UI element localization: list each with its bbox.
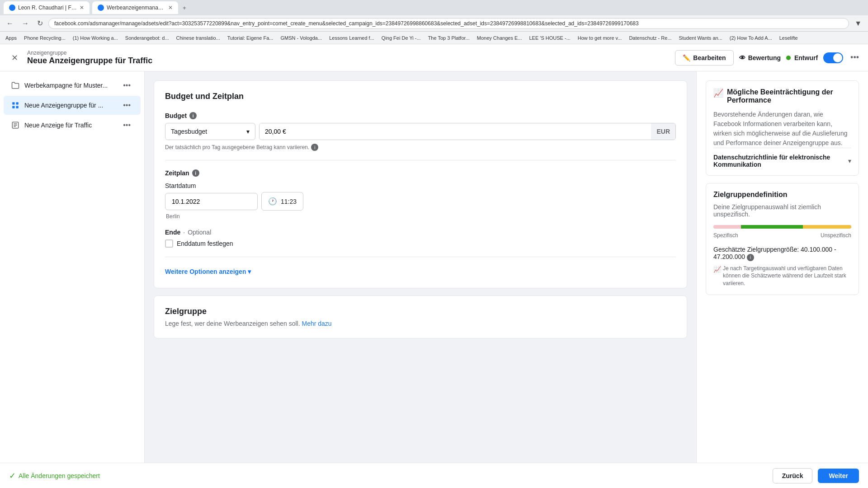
svg-rect-1 xyxy=(16,102,19,104)
bookmark-16[interactable]: (2) How To Add A... xyxy=(728,34,774,42)
bookmark-4[interactable]: Sonderangebot: d... xyxy=(123,34,171,42)
startdate-label: Startdatum xyxy=(165,182,676,189)
bookmark-17[interactable]: Leselifte xyxy=(778,34,800,42)
performance-title: 📈 Mögliche Beeinträchtigung der Performa… xyxy=(713,88,851,104)
checkmark-icon: ✓ xyxy=(9,471,16,481)
enddatum-label: Enddatum festlegen xyxy=(177,240,233,247)
budget-section-title: Budget und Zeitplan xyxy=(165,92,676,101)
zielgruppe-title: Zielgruppe xyxy=(165,307,676,316)
audience-size: Geschätzte Zielgruppengröße: 40.100.000 … xyxy=(713,246,851,261)
tab-label-1: Leon R. Chaudhari | Facebook ... xyxy=(18,5,77,11)
datenschutz-row[interactable]: Datenschutzrichtlinie für elektronische … xyxy=(713,148,851,168)
bookmark-2[interactable]: Phone Recycling... xyxy=(22,34,67,42)
tab-favicon-1 xyxy=(9,5,15,11)
address-bar[interactable] xyxy=(48,18,849,29)
sidebar-ad-more[interactable]: ••• xyxy=(120,120,133,130)
budget-amount-input[interactable] xyxy=(259,123,651,140)
svg-rect-3 xyxy=(16,106,19,108)
bookmark-9[interactable]: Qing Fei De Yi -... xyxy=(380,34,423,42)
extensions-button[interactable]: ▼ xyxy=(852,18,864,29)
preview-button[interactable]: 👁 Bewertung xyxy=(739,54,781,61)
sidebar-ad-label: Neue Anzeige für Traffic xyxy=(24,122,116,129)
chevron-down-icon: ▾ xyxy=(246,128,250,135)
zeitplan-info-icon[interactable]: i xyxy=(192,169,199,177)
forward-nav-button[interactable]: → xyxy=(19,18,32,29)
browser-tab-2[interactable]: Werbeanzeigenmanager - We... ✕ xyxy=(92,1,178,14)
more-options-button[interactable]: Weitere Optionen anzeigen ▾ xyxy=(165,266,251,277)
section-divider-1 xyxy=(165,160,676,160)
mehr-dazu-link[interactable]: Mehr dazu xyxy=(302,320,332,327)
chevron-right-icon: ▾ xyxy=(848,157,851,164)
browser-tab-1[interactable]: Leon R. Chaudhari | Facebook ... ✕ xyxy=(4,1,90,14)
top-header: ✕ Anzeigengruppe Neue Anzeigengruppe für… xyxy=(0,44,868,71)
progress-yellow xyxy=(803,225,851,229)
tab-label-2: Werbeanzeigenmanager - We... xyxy=(107,5,165,11)
note-icon: 📈 xyxy=(713,265,721,274)
back-button[interactable]: Zurück xyxy=(773,468,813,483)
ende-label: Ende · Optional xyxy=(165,229,676,236)
budget-info-icon[interactable]: i xyxy=(189,112,197,119)
sidebar-adset-label: Neue Anzeigengruppe für ... xyxy=(24,102,116,109)
start-date-input[interactable] xyxy=(165,193,258,210)
sidebar: Werbekampagne für Muster... ••• Neue Anz… xyxy=(0,71,145,463)
enddatum-checkbox[interactable] xyxy=(165,239,173,248)
sidebar-campaign-more[interactable]: ••• xyxy=(120,80,133,90)
label-spezifisch: Spezifisch xyxy=(713,232,738,239)
tab-close-1[interactable]: ✕ xyxy=(80,5,84,11)
close-button[interactable]: ✕ xyxy=(7,51,22,65)
bookmark-15[interactable]: Student Wants an... xyxy=(677,34,724,42)
bookmark-10[interactable]: The Top 3 Platfor... xyxy=(426,34,472,42)
start-time-value: 11:23 xyxy=(281,198,297,205)
budget-input-wrapper: EUR xyxy=(259,123,676,140)
bookmark-13[interactable]: How to get more v... xyxy=(576,34,624,42)
status-toggle[interactable] xyxy=(823,52,843,63)
sidebar-item-ad[interactable]: Neue Anzeige für Traffic ••• xyxy=(4,116,141,135)
header-title: Neue Anzeigengruppe für Traffic xyxy=(27,56,670,66)
edit-button[interactable]: ✏️ Bearbeiten xyxy=(675,50,733,66)
section-divider-2 xyxy=(165,257,676,257)
sidebar-item-adset[interactable]: Neue Anzeigengruppe für ... ••• xyxy=(4,96,141,115)
saved-message: ✓ Alle Änderungen gespeichert xyxy=(9,471,100,481)
bookmark-apps[interactable]: Apps xyxy=(4,34,19,42)
header-titles: Anzeigengruppe Neue Anzeigengruppe für T… xyxy=(27,50,670,66)
sidebar-campaign-label: Werbekampagne für Muster... xyxy=(24,82,116,89)
tab-favicon-2 xyxy=(98,5,104,11)
audience-progress-bar xyxy=(713,225,851,229)
sidebar-adset-more[interactable]: ••• xyxy=(120,100,133,110)
performance-panel: 📈 Mögliche Beeinträchtigung der Performa… xyxy=(706,80,859,176)
status-dot xyxy=(786,56,791,60)
budget-type-select[interactable]: Tagesbudget ▾ xyxy=(165,123,255,140)
bookmark-14[interactable]: Datenschutz - Re... xyxy=(627,34,673,42)
bookmark-7[interactable]: GMSN - Vologda... xyxy=(278,34,324,42)
header-actions: ✏️ Bearbeiten 👁 Bewertung Entwurf ••• xyxy=(675,50,861,66)
bookmark-6[interactable]: Tutorial: Eigene Fa... xyxy=(226,34,275,42)
new-tab-button[interactable]: + xyxy=(181,3,188,13)
pencil-icon: ✏️ xyxy=(683,54,690,61)
bookmark-3[interactable]: (1) How Working a... xyxy=(71,34,120,42)
svg-rect-2 xyxy=(12,106,14,108)
zielgruppen-panel: Zielgruppendefinition Deine Zielgruppena… xyxy=(706,183,859,295)
progress-labels: Spezifisch Unspezifisch xyxy=(713,232,851,239)
reload-button[interactable]: ↻ xyxy=(34,17,46,29)
back-nav-button[interactable]: ← xyxy=(4,18,16,29)
bookmark-8[interactable]: Lessons Learned f... xyxy=(327,34,376,42)
right-panel: 📈 Mögliche Beeinträchtigung der Performa… xyxy=(696,71,868,463)
content-area: Budget und Zeitplan Budget i Tagesbudget… xyxy=(145,71,696,463)
bookmark-5[interactable]: Chinese translatio... xyxy=(175,34,222,42)
budget-hint-info-icon[interactable]: i xyxy=(311,144,318,151)
tab-close-2[interactable]: ✕ xyxy=(168,5,173,11)
bottom-bar: ✓ Alle Änderungen gespeichert Zurück Wei… xyxy=(0,463,868,488)
progress-pink xyxy=(713,225,741,229)
next-button[interactable]: Weiter xyxy=(818,469,859,483)
bookmark-11[interactable]: Money Changes E... xyxy=(475,34,524,42)
time-input[interactable]: 🕐 11:23 xyxy=(261,192,303,211)
eye-icon: 👁 xyxy=(739,54,745,61)
zielgruppen-desc: Deine Zielgruppenauswahl ist ziemlich un… xyxy=(713,203,851,218)
budget-hint: Der tatsächlich pro Tag ausgegebene Betr… xyxy=(165,144,676,151)
sidebar-item-campaign[interactable]: Werbekampagne für Muster... ••• xyxy=(4,76,141,95)
audience-info-icon[interactable]: i xyxy=(747,254,754,261)
optional-text: Optional xyxy=(188,229,211,236)
grid-icon xyxy=(11,101,20,110)
more-options-button[interactable]: ••• xyxy=(849,51,861,64)
bookmark-12[interactable]: LEE 'S HOUSE -... xyxy=(527,34,572,42)
